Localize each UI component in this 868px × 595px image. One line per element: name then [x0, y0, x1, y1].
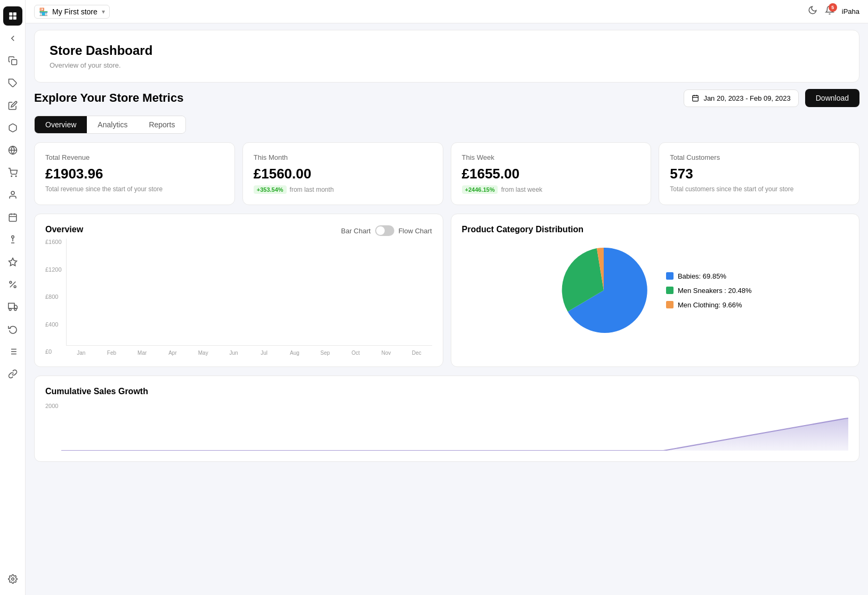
topbar-right: 5 iPaha: [808, 5, 859, 18]
sidebar-icon-person[interactable]: [3, 230, 22, 249]
bar-label-Apr: Apr: [157, 350, 188, 356]
topbar: 🏪 My First store ▾ 5 iPaha: [26, 0, 868, 23]
sidebar-icon-cart[interactable]: [3, 163, 22, 182]
dashboard-header-card: Store Dashboard Overview of your store.: [34, 30, 859, 83]
charts-row: Overview Bar Chart Flow Chart £0 £400 £8…: [34, 214, 859, 367]
sidebar: [0, 0, 26, 595]
pie-container: Babies: 69.85% Men Sneakers : 20.48% Men…: [462, 237, 849, 344]
flow-chart-label: Flow Chart: [399, 227, 432, 235]
y-label-1: £400: [45, 321, 62, 328]
kpi-badge-2: +2446.15%: [462, 185, 498, 194]
notifications-icon[interactable]: 5: [825, 5, 834, 18]
metrics-title: Explore Your Store Metrics: [34, 91, 183, 105]
legend-sneakers: Men Sneakers : 20.48%: [666, 287, 752, 295]
store-selector[interactable]: 🏪 My First store ▾: [34, 5, 110, 19]
sidebar-icon-filter[interactable]: [3, 342, 22, 361]
svg-point-30: [11, 578, 14, 581]
cumulative-y-label: 2000: [45, 403, 58, 409]
chart-toggle: Bar Chart Flow Chart: [341, 225, 432, 236]
y-label-0: £0: [45, 348, 62, 355]
sidebar-icon-users[interactable]: [3, 185, 22, 205]
svg-rect-0: [9, 12, 12, 15]
svg-rect-1: [13, 12, 16, 15]
kpi-sub-3: Total customers since the start of your …: [670, 185, 848, 193]
bar-label-Mar: Mar: [127, 350, 157, 356]
tab-overview[interactable]: Overview: [35, 116, 87, 133]
svg-rect-20: [8, 303, 14, 308]
sidebar-icon-settings[interactable]: [3, 569, 22, 589]
pie-legend: Babies: 69.85% Men Sneakers : 20.48% Men…: [666, 272, 752, 309]
kpi-value-0: £1903.96: [45, 166, 224, 182]
svg-point-19: [14, 286, 16, 288]
bar-label-Oct: Oct: [340, 350, 371, 356]
svg-rect-3: [13, 17, 16, 20]
legend-label-clothing: Men Clothing: 9.66%: [678, 301, 742, 309]
overview-chart-card: Overview Bar Chart Flow Chart £0 £400 £8…: [34, 214, 443, 367]
legend-color-babies: [666, 272, 674, 280]
kpi-label-1: This Month: [254, 153, 432, 161]
bar-label-Sep: Sep: [310, 350, 340, 356]
content: Store Dashboard Overview of your store. …: [26, 23, 868, 595]
svg-point-9: [15, 176, 17, 177]
metrics-header: Explore Your Store Metrics Jan 20, 2023 …: [34, 89, 859, 107]
bar-label-Jun: Jun: [218, 350, 249, 356]
svg-point-15: [11, 236, 14, 239]
kpi-value-3: 573: [670, 166, 848, 182]
svg-point-8: [11, 176, 12, 177]
kpi-value-1: £1560.00: [254, 166, 432, 182]
tab-reports[interactable]: Reports: [138, 116, 185, 133]
overview-chart-title: Overview: [45, 225, 83, 234]
bar-label-Feb: Feb: [96, 350, 127, 356]
store-name: My First store: [52, 7, 98, 16]
notification-count: 5: [829, 3, 837, 12]
sidebar-icon-globe[interactable]: [3, 141, 22, 160]
kpi-grid: Total Revenue £1903.96 Total revenue sin…: [34, 142, 859, 205]
sidebar-icon-undo[interactable]: [3, 320, 22, 339]
svg-point-22: [9, 308, 11, 311]
bar-label-Jul: Jul: [249, 350, 279, 356]
pie-chart-card: Product Category Distribution: [451, 214, 860, 367]
bar-label-May: May: [188, 350, 218, 356]
svg-line-17: [10, 282, 15, 288]
dark-mode-toggle[interactable]: [808, 5, 817, 18]
legend-label-babies: Babies: 69.85%: [678, 272, 726, 280]
sidebar-icon-edit[interactable]: [3, 96, 22, 115]
date-range-button[interactable]: Jan 20, 2023 - Feb 09, 2023: [684, 89, 798, 107]
svg-rect-2: [9, 17, 12, 20]
sidebar-icon-star[interactable]: [3, 252, 22, 272]
tab-analytics[interactable]: Analytics: [87, 116, 138, 133]
sidebar-icon-percent[interactable]: [3, 275, 22, 294]
tabs: Overview Analytics Reports: [34, 116, 186, 134]
metrics-section: Explore Your Store Metrics Jan 20, 2023 …: [26, 89, 868, 462]
kpi-sub-2: +2446.15% from last week: [462, 185, 640, 194]
kpi-this-month: This Month £1560.00 +353.54% from last m…: [242, 142, 443, 205]
legend-color-clothing: [666, 301, 674, 308]
sidebar-icon-copy[interactable]: [3, 51, 22, 70]
chevron-down-icon: ▾: [102, 8, 105, 15]
sidebar-icon-calendar[interactable]: [3, 208, 22, 227]
sidebar-icon-navigation[interactable]: [3, 29, 22, 48]
date-range-label: Jan 20, 2023 - Feb 09, 2023: [703, 94, 790, 102]
sidebar-icon-box[interactable]: [3, 118, 22, 137]
svg-point-23: [14, 308, 17, 311]
kpi-sub-1: +353.54% from last month: [254, 185, 432, 194]
download-button[interactable]: Download: [805, 89, 859, 107]
legend-color-sneakers: [666, 287, 674, 294]
svg-rect-4: [11, 60, 17, 65]
svg-rect-31: [693, 95, 699, 101]
metrics-header-right: Jan 20, 2023 - Feb 09, 2023 Download: [684, 89, 859, 107]
pie-chart-title: Product Category Distribution: [462, 225, 849, 234]
main-area: 🏪 My First store ▾ 5 iPaha Store Dashboa…: [26, 0, 868, 595]
sidebar-icon-tag[interactable]: [3, 74, 22, 93]
svg-point-10: [11, 191, 14, 194]
svg-marker-21: [14, 305, 17, 308]
chart-type-toggle[interactable]: [375, 225, 394, 236]
sidebar-icon-truck[interactable]: [3, 297, 22, 316]
bar-label-Nov: Nov: [371, 350, 401, 356]
kpi-total-revenue: Total Revenue £1903.96 Total revenue sin…: [34, 142, 235, 205]
svg-marker-16: [9, 258, 17, 266]
sidebar-icon-dashboard[interactable]: [3, 6, 22, 26]
y-label-2: £800: [45, 294, 62, 300]
cumulative-chart: 2000: [45, 403, 848, 451]
sidebar-icon-link[interactable]: [3, 364, 22, 384]
